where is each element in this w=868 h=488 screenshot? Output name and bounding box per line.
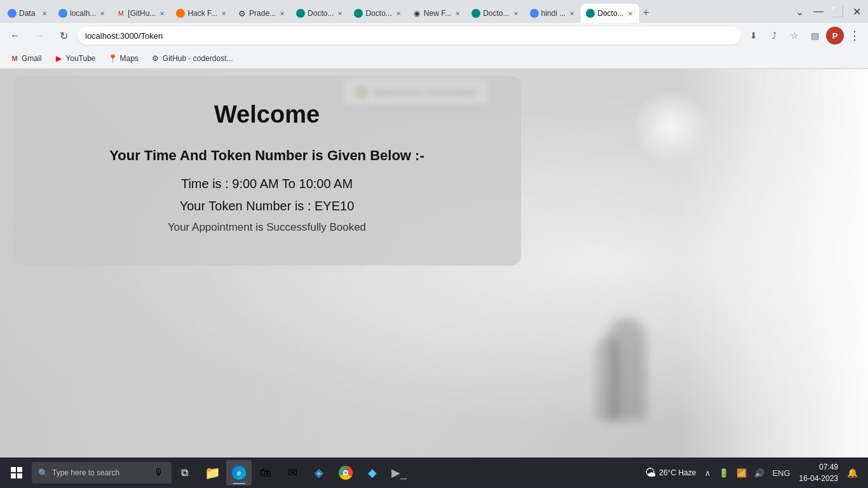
github-icon: ⚙ bbox=[151, 54, 160, 63]
tab-localhost[interactable]: localh... ✕ bbox=[53, 4, 111, 23]
tab-data[interactable]: Data ✕ bbox=[3, 4, 53, 23]
mail-icon: ✉ bbox=[288, 466, 297, 480]
back-button[interactable]: ← bbox=[5, 25, 25, 46]
taskbar-app-terminal[interactable]: ▶_ bbox=[386, 460, 412, 485]
taskbar-app-edge[interactable]: e bbox=[226, 460, 252, 485]
tab-list-button[interactable]: ⌄ bbox=[790, 3, 808, 20]
notification-icon[interactable]: 🔔 bbox=[844, 465, 860, 480]
app7-icon: ◆ bbox=[368, 466, 377, 480]
tab-close-8[interactable]: ✕ bbox=[454, 9, 461, 18]
tab-bar: Data ✕ localh... ✕ M [GitHu... ✕ Hack F.… bbox=[0, 0, 868, 23]
tab-controls: ⌄ — ⬜ ✕ bbox=[790, 3, 865, 20]
tab-favicon-2 bbox=[58, 9, 67, 18]
terminal-icon: ▶_ bbox=[391, 466, 407, 480]
tab-title-6: Docto... bbox=[308, 9, 334, 18]
taskbar-app-mail[interactable]: ✉ bbox=[280, 460, 305, 485]
url-input[interactable] bbox=[78, 27, 741, 44]
tab-doctor-active[interactable]: Docto... ✕ bbox=[581, 4, 639, 23]
tab-favicon-1 bbox=[8, 9, 17, 18]
bg-light bbox=[633, 88, 709, 165]
tray-up-arrow-icon[interactable]: ∧ bbox=[702, 467, 714, 479]
taskbar-app-vscode[interactable]: ◈ bbox=[306, 460, 332, 485]
tab-title-7: Docto... bbox=[365, 9, 391, 18]
tab-title-5: Prade... bbox=[249, 9, 276, 18]
weather-temp: 26°C Haze bbox=[659, 468, 696, 477]
clock-date: 16-04-2023 bbox=[799, 473, 838, 484]
clock-time: 07:49 bbox=[799, 461, 838, 473]
tab-doctor-7[interactable]: Docto... ✕ bbox=[349, 4, 407, 23]
taskbar-apps: 📁 e 🛍 ✉ ◈ ◆ ▶_ bbox=[200, 460, 640, 485]
bookmark-icon[interactable]: ☆ bbox=[785, 27, 803, 44]
forward-button[interactable]: → bbox=[29, 25, 50, 46]
tab-close-5[interactable]: ✕ bbox=[278, 9, 286, 18]
edge-icon: e bbox=[232, 466, 246, 480]
search-input[interactable] bbox=[52, 468, 147, 477]
new-tab-button[interactable]: + bbox=[639, 6, 654, 20]
settings-menu-button[interactable]: ⋮ bbox=[846, 26, 863, 45]
taskbar-app-store[interactable]: 🛍 bbox=[253, 460, 278, 485]
bookmark-maps-label: Maps bbox=[120, 54, 139, 63]
weather-widget[interactable]: 🌤 26°C Haze bbox=[641, 466, 700, 480]
taskbar: 🔍 🎙 ⧉ 📁 e 🛍 ✉ ◈ ◆ ▶_ bbox=[0, 458, 868, 488]
tab-close-1[interactable]: ✕ bbox=[41, 9, 48, 18]
tab-new[interactable]: ◉ New F... ✕ bbox=[407, 4, 466, 23]
tab-pradesh[interactable]: ⚙ Prade... ✕ bbox=[233, 4, 291, 23]
tab-favicon-6 bbox=[296, 9, 305, 18]
start-button[interactable] bbox=[3, 459, 31, 487]
tab-close-9[interactable]: ✕ bbox=[512, 9, 520, 18]
tab-favicon-10 bbox=[530, 9, 539, 18]
sidebar-icon[interactable]: ▤ bbox=[806, 27, 824, 44]
tab-title-11: Docto... bbox=[597, 9, 623, 18]
tab-hindi[interactable]: hindi ... ✕ bbox=[525, 4, 581, 23]
tab-github-gmail[interactable]: M [GitHu... ✕ bbox=[111, 4, 171, 23]
gmail-icon: M bbox=[10, 54, 19, 63]
tab-title-8: New F... bbox=[424, 9, 451, 18]
success-message: Your Appointment is Successfully Booked bbox=[44, 221, 489, 234]
youtube-icon: ▶ bbox=[54, 54, 63, 63]
bookmark-gmail-label: Gmail bbox=[22, 54, 41, 63]
close-button[interactable]: ✕ bbox=[848, 3, 865, 20]
bookmark-youtube-label: YouTube bbox=[65, 54, 95, 63]
appointment-card: Welcome Your Time And Token Number is Gi… bbox=[13, 76, 521, 266]
bookmark-maps[interactable]: 📍 Maps bbox=[104, 53, 144, 64]
bookmark-gmail[interactable]: M Gmail bbox=[5, 53, 46, 64]
page-content: ✅ Appointment Successfully! Welcome Your… bbox=[0, 69, 868, 458]
tab-close-4[interactable]: ✕ bbox=[220, 9, 227, 18]
tab-doctor-9[interactable]: Docto... ✕ bbox=[466, 4, 524, 23]
tab-close-10[interactable]: ✕ bbox=[568, 9, 576, 18]
tab-doctor-6[interactable]: Docto... ✕ bbox=[291, 4, 349, 23]
tab-close-6[interactable]: ✕ bbox=[336, 9, 344, 18]
address-bar: ← → ↻ ⬇ ⤴ ☆ ▤ P ⋮ bbox=[0, 23, 868, 48]
taskbar-app-7[interactable]: ◆ bbox=[360, 460, 385, 485]
tray-network-icon[interactable]: 📶 bbox=[734, 467, 749, 479]
reload-button[interactable]: ↻ bbox=[53, 25, 74, 46]
profile-button[interactable]: P bbox=[826, 27, 844, 44]
welcome-heading: Welcome bbox=[44, 101, 489, 128]
maximize-button[interactable]: ⬜ bbox=[829, 3, 846, 20]
search-bar[interactable]: 🔍 🎙 bbox=[32, 462, 172, 484]
bookmark-github[interactable]: ⚙ GitHub - coderdost... bbox=[146, 53, 238, 64]
tray-battery-icon[interactable]: 🔋 bbox=[716, 467, 731, 479]
browser-chrome: Data ✕ localh... ✕ M [GitHu... ✕ Hack F.… bbox=[0, 0, 868, 69]
subtitle-text: Your Time And Token Number is Given Belo… bbox=[44, 147, 489, 164]
clock[interactable]: 07:49 16-04-2023 bbox=[796, 460, 842, 485]
tab-close-7[interactable]: ✕ bbox=[395, 9, 402, 18]
tray-volume-icon[interactable]: 🔊 bbox=[752, 467, 767, 479]
tab-hack[interactable]: Hack F... ✕ bbox=[171, 4, 233, 23]
vscode-icon: ◈ bbox=[315, 466, 323, 480]
tab-favicon-9 bbox=[471, 9, 480, 18]
time-info: Time is : 9:00 AM To 10:00 AM bbox=[44, 177, 489, 191]
tab-close-11[interactable]: ✕ bbox=[627, 9, 634, 18]
taskbar-app-explorer[interactable]: 📁 bbox=[200, 460, 225, 485]
bookmark-youtube[interactable]: ▶ YouTube bbox=[49, 53, 100, 64]
windows-logo-icon bbox=[11, 467, 22, 478]
tab-close-3[interactable]: ✕ bbox=[158, 9, 166, 18]
language-indicator[interactable]: ENG bbox=[770, 467, 792, 479]
share-icon[interactable]: ⤴ bbox=[765, 27, 783, 44]
taskview-button[interactable]: ⧉ bbox=[173, 461, 196, 484]
download-icon[interactable]: ⬇ bbox=[745, 27, 763, 44]
tab-title-2: localh... bbox=[70, 9, 96, 18]
taskbar-app-chrome[interactable] bbox=[333, 460, 358, 485]
minimize-button[interactable]: — bbox=[810, 3, 827, 20]
tab-close-2[interactable]: ✕ bbox=[98, 9, 106, 18]
